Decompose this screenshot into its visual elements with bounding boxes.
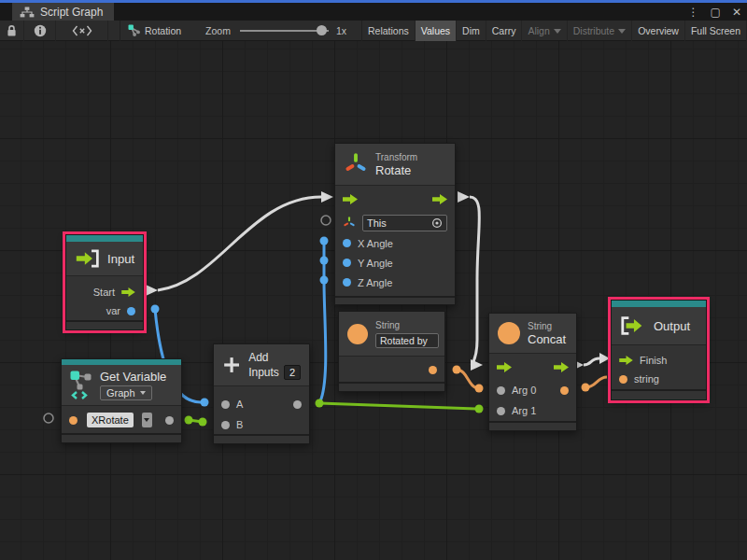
flow-arrowhead[interactable] [471,359,483,371]
flow-arrowhead[interactable] [458,191,470,203]
wire-endpoint[interactable] [316,399,324,408]
node-get-variable[interactable]: Get Variable Graph XRotate [61,358,182,443]
node-output[interactable]: Output Finish string [611,300,707,400]
port-row-b: B [214,414,309,435]
value-in-port[interactable] [619,375,627,384]
value-out-port[interactable] [429,366,437,374]
flow-arrowhead[interactable] [146,285,158,296]
value-in-port[interactable] [497,386,505,395]
info-button[interactable] [24,21,56,41]
flow-in-port[interactable] [343,194,358,204]
node-header[interactable]: Input [66,242,143,275]
wire-concat-to-output[interactable] [584,358,599,365]
chevron-down-icon [618,29,626,34]
rotation-graph-icon [128,24,140,36]
fullscreen-button[interactable]: Full Screen [685,21,747,41]
wire-endpoint[interactable] [453,366,461,374]
port-label: A [236,399,243,410]
flow-out-port[interactable] [432,194,447,204]
wire-endpoint[interactable] [582,384,590,392]
node-header[interactable]: String Concat [489,314,576,353]
variable-name-field[interactable]: XRotate [87,413,134,427]
wire-endpoint[interactable] [185,416,193,425]
wire-endpoint[interactable] [320,237,329,245]
wire-endpoint[interactable] [475,405,484,413]
wire-endpoint[interactable] [201,399,209,407]
value-out-port[interactable] [165,416,174,425]
port-label: Arg 0 [512,385,536,396]
node-string-concat[interactable]: String Concat Arg 0 Arg 1 [488,313,577,431]
add-icon [222,352,241,378]
port-row-start: Start [66,283,143,301]
node-body: Start var [66,275,143,320]
node-header[interactable]: Transform Rotate [335,144,455,185]
node-title: Rotate [375,163,417,177]
zoom-slider-handle[interactable] [317,25,327,35]
port-row-variable: XRotate [62,406,181,434]
value-in-port[interactable] [497,407,505,415]
value-in-port[interactable] [221,400,230,409]
align-button[interactable]: Align [522,21,567,41]
wire-rotate-to-concat[interactable] [470,197,479,365]
object-picker-icon[interactable] [431,217,443,229]
window-menu-icon[interactable]: ⋮ [688,6,699,19]
flow-arrowhead[interactable] [321,191,333,203]
wire-add-to-concat-arg1[interactable] [319,403,479,409]
flow-arrowhead[interactable] [599,353,610,364]
window-maximize-icon[interactable]: ▢ [711,6,721,19]
inputs-count-field[interactable]: 2 [284,365,301,380]
chevron-down-icon [144,418,149,422]
wire-endpoint[interactable] [199,418,207,427]
node-body: Finish string [612,344,706,389]
value-out-port[interactable] [127,307,135,315]
rotation-toggle[interactable]: Rotation [120,21,189,41]
node-header[interactable]: Add Inputs 2 [214,344,309,385]
wire-string-to-concat-arg0[interactable] [457,370,479,388]
flow-out-port[interactable] [554,362,569,372]
node-body: Arg 0 Arg 1 [489,353,576,421]
value-out-port[interactable] [560,386,569,395]
wire-endpoint[interactable] [320,257,329,265]
value-in-port[interactable] [343,278,351,287]
wire-start-to-rotate[interactable] [158,197,321,290]
wire-endpoint[interactable] [151,305,160,314]
flow-out-port[interactable] [121,287,135,297]
value-in-port[interactable] [221,421,230,429]
node-transform-rotate[interactable]: Transform Rotate This [334,143,456,305]
unconnected-port-circle[interactable] [321,216,331,225]
window-close-icon[interactable]: ✕ [732,6,741,19]
zoom-slider[interactable] [240,30,329,32]
wire-add-to-angles[interactable] [320,241,326,401]
value-out-port[interactable] [293,400,302,409]
node-add[interactable]: Add Inputs 2 A B [213,343,310,444]
node-header[interactable]: String Rotated by [339,312,444,356]
overview-button[interactable]: Overview [632,21,685,41]
unconnected-port-circle[interactable] [44,413,53,423]
node-input[interactable]: Input Start var [65,234,144,330]
relations-button[interactable]: Relations [362,21,416,41]
lock-button[interactable] [0,21,24,41]
value-in-port[interactable] [69,416,78,425]
variable-picker-button[interactable] [142,413,152,427]
node-string-literal[interactable]: String Rotated by [338,311,445,392]
flow-in-port[interactable] [619,356,633,365]
flow-in-port[interactable] [497,362,512,372]
tab-script-graph[interactable]: Script Graph [12,3,114,21]
wire-endpoint[interactable] [475,385,484,393]
dim-button[interactable]: Dim [457,21,486,41]
variables-button[interactable] [56,21,108,41]
value-in-port[interactable] [343,239,351,247]
wire-endpoint[interactable] [320,276,329,285]
rotation-label: Rotation [145,25,181,36]
graph-canvas[interactable]: Input Start var [0,41,747,560]
carry-button[interactable]: Carry [486,21,523,41]
node-header[interactable]: Get Variable Graph [62,365,181,405]
variable-scope-dropdown[interactable]: Graph [100,385,152,400]
distribute-button[interactable]: Distribute [568,21,632,41]
value-in-port[interactable] [343,259,351,267]
string-value-field[interactable]: Rotated by [375,333,439,348]
node-header[interactable]: Output [612,307,706,344]
values-button[interactable]: Values [416,21,457,41]
this-object-field[interactable]: This [362,215,447,231]
angle-x-icon [72,25,92,36]
